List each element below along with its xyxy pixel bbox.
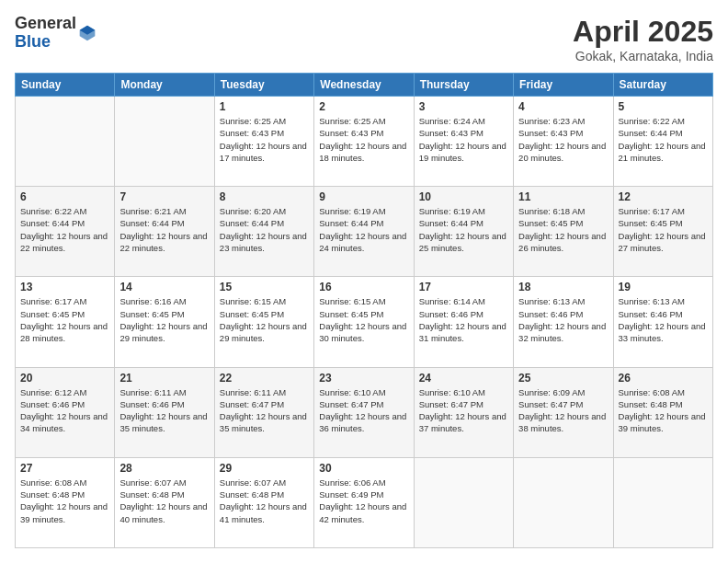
day-info: Sunrise: 6:23 AM Sunset: 6:43 PM Dayligh… — [518, 115, 608, 164]
day-info: Sunrise: 6:17 AM Sunset: 6:45 PM Dayligh… — [20, 295, 109, 344]
calendar-cell: 13Sunrise: 6:17 AM Sunset: 6:45 PM Dayli… — [16, 277, 115, 367]
day-info: Sunrise: 6:19 AM Sunset: 6:44 PM Dayligh… — [319, 205, 408, 254]
calendar-cell: 27Sunrise: 6:08 AM Sunset: 6:48 PM Dayli… — [16, 457, 115, 547]
header: General Blue April 2025 Gokak, Karnataka… — [15, 15, 713, 63]
day-info: Sunrise: 6:15 AM Sunset: 6:45 PM Dayligh… — [220, 295, 309, 344]
calendar-cell: 4Sunrise: 6:23 AM Sunset: 6:43 PM Daylig… — [514, 97, 613, 187]
day-number: 15 — [220, 281, 309, 293]
calendar-cell: 2Sunrise: 6:25 AM Sunset: 6:43 PM Daylig… — [314, 97, 414, 187]
day-number: 4 — [518, 100, 608, 113]
calendar-cell: 9Sunrise: 6:19 AM Sunset: 6:44 PM Daylig… — [314, 187, 414, 277]
calendar-cell: 8Sunrise: 6:20 AM Sunset: 6:44 PM Daylig… — [214, 187, 313, 277]
calendar-cell: 21Sunrise: 6:11 AM Sunset: 6:46 PM Dayli… — [115, 367, 214, 457]
calendar-cell: 17Sunrise: 6:14 AM Sunset: 6:46 PM Dayli… — [414, 277, 513, 367]
weekday-header: Thursday — [414, 74, 513, 97]
day-number: 25 — [518, 372, 608, 385]
day-info: Sunrise: 6:11 AM Sunset: 6:47 PM Dayligh… — [220, 386, 309, 435]
day-info: Sunrise: 6:08 AM Sunset: 6:48 PM Dayligh… — [20, 477, 109, 525]
day-info: Sunrise: 6:14 AM Sunset: 6:46 PM Dayligh… — [419, 295, 508, 344]
logo-icon — [78, 24, 97, 42]
calendar-cell: 20Sunrise: 6:12 AM Sunset: 6:46 PM Dayli… — [16, 367, 115, 457]
day-number: 9 — [319, 190, 408, 203]
day-info: Sunrise: 6:16 AM Sunset: 6:45 PM Dayligh… — [119, 295, 209, 344]
calendar-cell — [16, 97, 115, 187]
calendar-cell: 12Sunrise: 6:17 AM Sunset: 6:45 PM Dayli… — [613, 187, 712, 277]
calendar-cell: 7Sunrise: 6:21 AM Sunset: 6:44 PM Daylig… — [115, 187, 214, 277]
day-number: 8 — [220, 190, 309, 203]
day-number: 19 — [619, 281, 708, 293]
calendar-cell: 19Sunrise: 6:13 AM Sunset: 6:46 PM Dayli… — [613, 277, 712, 367]
day-number: 1 — [220, 100, 309, 113]
day-number: 21 — [119, 372, 209, 385]
weekday-header: Monday — [115, 74, 214, 97]
day-number: 27 — [20, 462, 109, 475]
day-info: Sunrise: 6:17 AM Sunset: 6:45 PM Dayligh… — [619, 205, 708, 254]
day-info: Sunrise: 6:20 AM Sunset: 6:44 PM Dayligh… — [220, 205, 309, 254]
calendar-week-row: 13Sunrise: 6:17 AM Sunset: 6:45 PM Dayli… — [16, 277, 713, 367]
day-info: Sunrise: 6:07 AM Sunset: 6:48 PM Dayligh… — [119, 477, 209, 525]
weekday-header: Tuesday — [214, 74, 313, 97]
calendar-cell: 11Sunrise: 6:18 AM Sunset: 6:45 PM Dayli… — [514, 187, 613, 277]
day-info: Sunrise: 6:10 AM Sunset: 6:47 PM Dayligh… — [319, 386, 408, 435]
calendar-week-row: 1Sunrise: 6:25 AM Sunset: 6:43 PM Daylig… — [16, 97, 713, 187]
calendar-cell: 25Sunrise: 6:09 AM Sunset: 6:47 PM Dayli… — [514, 367, 613, 457]
day-number: 6 — [20, 190, 109, 203]
day-number: 7 — [119, 190, 209, 203]
day-number: 29 — [220, 462, 309, 475]
location: Gokak, Karnataka, India — [573, 49, 713, 63]
day-info: Sunrise: 6:22 AM Sunset: 6:44 PM Dayligh… — [20, 205, 109, 254]
day-number: 3 — [419, 100, 508, 113]
calendar-cell: 18Sunrise: 6:13 AM Sunset: 6:46 PM Dayli… — [514, 277, 613, 367]
calendar-cell: 29Sunrise: 6:07 AM Sunset: 6:48 PM Dayli… — [214, 457, 313, 547]
calendar-cell — [115, 97, 214, 187]
day-info: Sunrise: 6:22 AM Sunset: 6:44 PM Dayligh… — [619, 115, 708, 164]
calendar-cell: 28Sunrise: 6:07 AM Sunset: 6:48 PM Dayli… — [115, 457, 214, 547]
calendar-week-row: 20Sunrise: 6:12 AM Sunset: 6:46 PM Dayli… — [16, 367, 713, 457]
day-info: Sunrise: 6:08 AM Sunset: 6:48 PM Dayligh… — [619, 386, 708, 435]
day-info: Sunrise: 6:19 AM Sunset: 6:44 PM Dayligh… — [419, 205, 508, 254]
calendar-cell: 16Sunrise: 6:15 AM Sunset: 6:45 PM Dayli… — [314, 277, 414, 367]
day-number: 23 — [319, 372, 408, 385]
day-number: 20 — [20, 372, 109, 385]
day-number: 17 — [419, 281, 508, 293]
weekday-header: Wednesday — [314, 74, 414, 97]
day-number: 28 — [119, 462, 209, 475]
day-number: 22 — [220, 372, 309, 385]
calendar-week-row: 6Sunrise: 6:22 AM Sunset: 6:44 PM Daylig… — [16, 187, 713, 277]
calendar-cell: 6Sunrise: 6:22 AM Sunset: 6:44 PM Daylig… — [16, 187, 115, 277]
calendar-cell: 26Sunrise: 6:08 AM Sunset: 6:48 PM Dayli… — [613, 367, 712, 457]
day-number: 26 — [619, 372, 708, 385]
calendar-cell: 3Sunrise: 6:24 AM Sunset: 6:43 PM Daylig… — [414, 97, 513, 187]
day-info: Sunrise: 6:06 AM Sunset: 6:49 PM Dayligh… — [319, 477, 408, 525]
day-number: 10 — [419, 190, 508, 203]
day-info: Sunrise: 6:15 AM Sunset: 6:45 PM Dayligh… — [319, 295, 408, 344]
logo-blue-text: Blue — [15, 33, 76, 52]
page: General Blue April 2025 Gokak, Karnataka… — [0, 0, 728, 563]
day-info: Sunrise: 6:24 AM Sunset: 6:43 PM Dayligh… — [419, 115, 508, 164]
calendar-cell — [514, 457, 613, 547]
calendar-cell: 1Sunrise: 6:25 AM Sunset: 6:43 PM Daylig… — [214, 97, 313, 187]
calendar-cell: 24Sunrise: 6:10 AM Sunset: 6:47 PM Dayli… — [414, 367, 513, 457]
day-info: Sunrise: 6:18 AM Sunset: 6:45 PM Dayligh… — [518, 205, 608, 254]
day-number: 11 — [518, 190, 608, 203]
calendar-cell: 23Sunrise: 6:10 AM Sunset: 6:47 PM Dayli… — [314, 367, 414, 457]
weekday-header: Saturday — [613, 74, 712, 97]
title-section: April 2025 Gokak, Karnataka, India — [573, 15, 713, 63]
day-number: 13 — [20, 281, 109, 293]
day-number: 2 — [319, 100, 408, 113]
day-info: Sunrise: 6:21 AM Sunset: 6:44 PM Dayligh… — [119, 205, 209, 254]
calendar-table: SundayMondayTuesdayWednesdayThursdayFrid… — [15, 73, 713, 548]
logo: General Blue — [15, 15, 97, 52]
logo-general-text: General — [15, 15, 76, 33]
day-number: 14 — [119, 281, 209, 293]
day-number: 30 — [319, 462, 408, 475]
calendar-cell: 14Sunrise: 6:16 AM Sunset: 6:45 PM Dayli… — [115, 277, 214, 367]
day-info: Sunrise: 6:13 AM Sunset: 6:46 PM Dayligh… — [518, 295, 608, 344]
day-number: 16 — [319, 281, 408, 293]
day-info: Sunrise: 6:10 AM Sunset: 6:47 PM Dayligh… — [419, 386, 508, 435]
day-info: Sunrise: 6:25 AM Sunset: 6:43 PM Dayligh… — [220, 115, 309, 164]
calendar-cell — [613, 457, 712, 547]
calendar-cell — [414, 457, 513, 547]
day-number: 18 — [518, 281, 608, 293]
calendar-cell: 15Sunrise: 6:15 AM Sunset: 6:45 PM Dayli… — [214, 277, 313, 367]
